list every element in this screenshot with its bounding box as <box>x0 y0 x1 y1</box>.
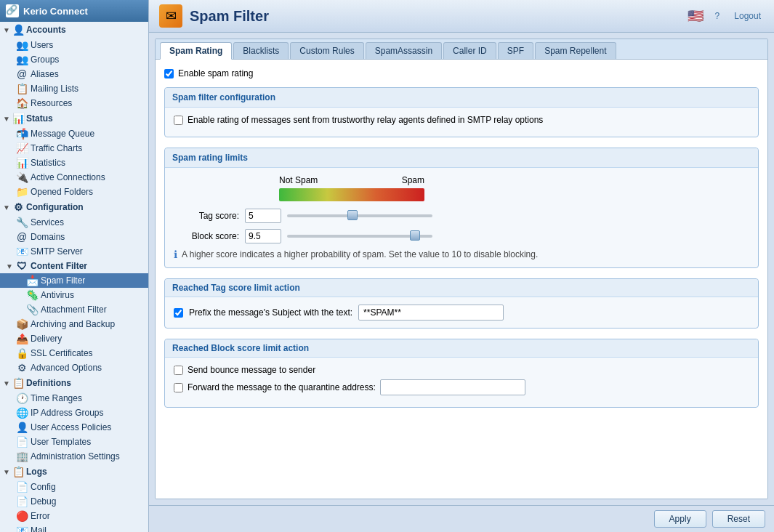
sidebar-item-error-log[interactable]: 🔴Error <box>0 509 148 523</box>
sidebar-item-ip-address-groups[interactable]: 🌐IP Address Groups <box>0 406 148 420</box>
sidebar-item-opened-folders[interactable]: 📁Opened Folders <box>0 185 148 199</box>
sidebar-item-users[interactable]: 👥Users <box>0 38 148 52</box>
bounce-label[interactable]: Send bounce message to sender <box>188 365 315 375</box>
sidebar-group-configuration[interactable]: ▼ ⚙ Configuration <box>0 199 148 215</box>
sidebar-item-message-queue[interactable]: 📬Message Queue <box>0 126 148 141</box>
not-spam-label: Not Spam <box>279 175 318 185</box>
sidebar-item-delivery[interactable]: 📤Delivery <box>0 331 148 346</box>
resources-icon: 🏠 <box>16 97 28 109</box>
sidebar-item-debug-log[interactable]: 📄Debug <box>0 494 148 509</box>
sidebar-item-config-log[interactable]: 📄Config <box>0 480 148 494</box>
status-label: Status <box>26 113 53 124</box>
apply-button[interactable]: Apply <box>654 510 706 528</box>
logout-button[interactable]: Logout <box>731 9 764 23</box>
block-score-input[interactable] <box>245 229 281 243</box>
spam-rating-limits-body: Not Spam Spam Tag score: <box>165 168 758 267</box>
tabs-bar: Spam Rating Blacklists Custom Rules Spam… <box>156 39 767 60</box>
expand-icon-definitions: ▼ <box>3 379 10 387</box>
sidebar-item-services[interactable]: 🔧Services <box>0 215 148 230</box>
footer: Apply Reset <box>149 505 774 532</box>
page-title: Spam Filter <box>190 8 269 25</box>
tab-spam-repellent[interactable]: Spam Repellent <box>535 42 616 59</box>
traffic-charts-icon: 📈 <box>16 142 28 154</box>
sidebar-item-mail-log[interactable]: 📧Mail <box>0 523 148 532</box>
sidebar-item-mailing-lists[interactable]: 📋Mailing Lists <box>0 81 148 96</box>
relay-agents-label[interactable]: Enable rating of messages sent from trus… <box>188 115 543 125</box>
sidebar-item-statistics[interactable]: 📊Statistics <box>0 156 148 170</box>
quarantine-checkbox[interactable] <box>174 383 183 392</box>
tab-spam-rating[interactable]: Spam Rating <box>160 42 232 60</box>
main-area: ✉ Spam Filter 🇺🇸 ? Logout Spam Rating Bl… <box>149 0 774 532</box>
user-templates-icon: 📄 <box>16 436 28 448</box>
quarantine-label[interactable]: Forward the message to the quarantine ad… <box>188 382 376 392</box>
quarantine-input[interactable] <box>380 379 525 395</box>
sidebar-item-archiving[interactable]: 📦Archiving and Backup <box>0 317 148 331</box>
enable-spam-rating-checkbox[interactable] <box>164 69 174 78</box>
services-icon: 🔧 <box>16 217 28 228</box>
spam-filter-config-body: Enable rating of messages sent from trus… <box>165 108 758 137</box>
gradient-bar <box>279 188 424 201</box>
content-filter-icon: 🛡 <box>16 260 28 272</box>
enable-spam-rating-label[interactable]: Enable spam rating <box>178 68 253 78</box>
prefix-checkbox[interactable] <box>174 308 183 318</box>
tag-score-thumb[interactable] <box>347 210 358 220</box>
sidebar-item-user-templates[interactable]: 📄User Templates <box>0 435 148 449</box>
tag-score-row: Tag score: <box>174 209 749 223</box>
sidebar-item-spam-filter[interactable]: 📩Spam Filter <box>0 273 148 288</box>
quarantine-row: Forward the message to the quarantine ad… <box>174 379 749 395</box>
tag-action-section: Reached Tag score limit action Prefix th… <box>164 278 759 329</box>
sidebar-item-attachment-filter[interactable]: 📎Attachment Filter <box>0 302 148 317</box>
prefix-input[interactable] <box>358 305 504 321</box>
tag-score-label: Tag score: <box>174 211 239 221</box>
sidebar-item-smtp-server[interactable]: 📧SMTP Server <box>0 244 148 259</box>
sidebar-group-logs[interactable]: ▼ 📋 Logs <box>0 464 148 480</box>
sidebar-item-groups[interactable]: 👥Groups <box>0 52 148 67</box>
reset-button[interactable]: Reset <box>712 510 765 528</box>
tab-content-spam-rating: Enable spam rating Spam filter configura… <box>156 60 767 499</box>
time-ranges-icon: 🕐 <box>16 392 28 404</box>
prefix-label[interactable]: Prefix the message's Subject with the te… <box>189 307 352 318</box>
sidebar-group-accounts[interactable]: ▼ 👤 Accounts <box>0 22 148 38</box>
bar-labels: Not Spam Spam <box>279 175 424 185</box>
sidebar-item-content-filter[interactable]: ▼🛡Content Filter <box>0 259 148 273</box>
ip-groups-icon: 🌐 <box>16 407 28 419</box>
tab-blacklists[interactable]: Blacklists <box>233 42 289 59</box>
sidebar-item-resources[interactable]: 🏠Resources <box>0 96 148 110</box>
tag-score-track <box>287 214 432 217</box>
sidebar-item-ssl-certificates[interactable]: 🔒SSL Certificates <box>0 346 148 360</box>
block-score-slider[interactable] <box>287 230 432 242</box>
sidebar-item-active-connections[interactable]: 🔌Active Connections <box>0 170 148 185</box>
sidebar-group-status[interactable]: ▼ 📊 Status <box>0 110 148 126</box>
app-icon: 🔗 <box>6 4 19 17</box>
configuration-label: Configuration <box>26 202 84 212</box>
block-score-thumb[interactable] <box>410 230 420 241</box>
app-header: 🔗 Kerio Connect <box>0 0 148 22</box>
info-text: A higher score indicates a higher probab… <box>182 249 538 259</box>
help-button[interactable]: ? <box>712 9 723 23</box>
sidebar-item-domains[interactable]: @Domains <box>0 230 148 244</box>
tag-score-input[interactable] <box>245 209 281 223</box>
sidebar-item-antivirus[interactable]: 🦠Antivirus <box>0 288 148 302</box>
expand-icon-status: ▼ <box>3 115 10 123</box>
content-filter-expand: ▼ <box>6 262 13 270</box>
relay-agents-checkbox[interactable] <box>174 116 183 125</box>
relay-agents-row: Enable rating of messages sent from trus… <box>174 115 749 125</box>
sidebar-item-admin-settings[interactable]: 🏢Administration Settings <box>0 449 148 464</box>
tab-custom-rules[interactable]: Custom Rules <box>290 42 363 59</box>
sidebar-item-time-ranges[interactable]: 🕐Time Ranges <box>0 391 148 406</box>
tab-spf[interactable]: SPF <box>498 42 533 59</box>
page-title-area: ✉ Spam Filter <box>159 4 269 28</box>
sidebar-item-traffic-charts[interactable]: 📈Traffic Charts <box>0 141 148 156</box>
sidebar-item-aliases[interactable]: @Aliases <box>0 67 148 81</box>
tab-caller-id[interactable]: Caller ID <box>443 42 496 59</box>
active-connections-icon: 🔌 <box>16 172 28 183</box>
sidebar-group-definitions[interactable]: ▼ 📋 Definitions <box>0 375 148 391</box>
app-name: Kerio Connect <box>23 6 88 17</box>
sidebar-item-advanced-options[interactable]: ⚙Advanced Options <box>0 360 148 375</box>
sidebar-item-user-access-policies[interactable]: 👤User Access Policies <box>0 420 148 435</box>
accounts-label: Accounts <box>26 25 66 35</box>
tag-score-slider[interactable] <box>287 210 432 222</box>
expand-icon-config: ▼ <box>3 203 10 211</box>
bounce-checkbox[interactable] <box>174 366 183 375</box>
tab-spamassassin[interactable]: SpamAssassin <box>366 42 442 59</box>
